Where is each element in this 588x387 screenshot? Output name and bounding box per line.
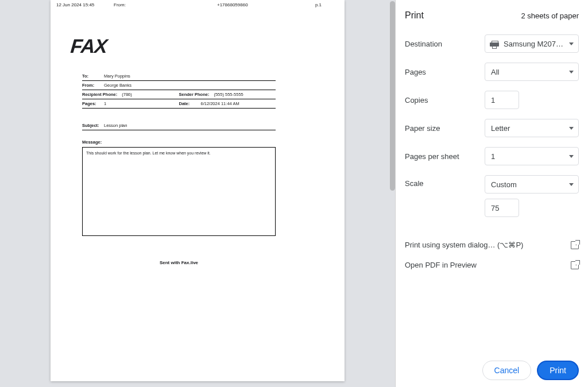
sent-with-footer: Sent with Fax.live	[82, 260, 276, 265]
pages-select-value: All	[491, 68, 499, 76]
scale-label: Scale	[405, 175, 424, 188]
fax-hdr-date: 12 Jun 2024 15:45	[56, 2, 114, 7]
pages-per-sheet-value: 1	[491, 152, 495, 161]
fax-hdr-page: p.1	[315, 2, 322, 7]
recipient-phone-value: (786)	[122, 92, 132, 97]
pages-value: 1	[104, 101, 106, 106]
open-pdf-text: Open PDF in Preview	[405, 261, 477, 269]
fax-cover-body: To: Mary Poppins From: George Banks Reci…	[82, 72, 276, 265]
pages-option-label: Pages	[405, 68, 426, 76]
pages-per-sheet-select[interactable]: 1	[485, 147, 579, 165]
from-label: From:	[82, 83, 99, 88]
to-label: To:	[82, 73, 99, 79]
external-link-icon	[571, 261, 579, 269]
subject-label: Subject:	[82, 123, 99, 128]
fax-title: FAX	[69, 35, 108, 57]
chevron-down-icon	[569, 155, 574, 158]
scale-value-input[interactable]: 75	[485, 199, 519, 217]
print-preview-area: 12 Jun 2024 15:45 From: +17868059860 p.1…	[0, 0, 395, 387]
scale-mode-value: Custom	[491, 180, 517, 189]
print-settings-panel: Print 2 sheets of paper Destination Sams…	[395, 0, 588, 387]
paper-size-value: Letter	[491, 124, 510, 133]
date-value: 6/12/2024 11:44 AM	[201, 101, 239, 106]
message-label: Message:	[82, 140, 276, 145]
chevron-down-icon	[569, 42, 574, 45]
copies-input[interactable]: 1	[485, 91, 519, 109]
chevron-down-icon	[569, 183, 574, 186]
chevron-down-icon	[569, 127, 574, 130]
open-pdf-link[interactable]: Open PDF in Preview	[405, 255, 579, 275]
system-dialog-text: Print using system dialog… (⌥⌘P)	[405, 241, 523, 249]
print-button-label: Print	[550, 366, 566, 375]
destination-label: Destination	[405, 40, 442, 48]
from-value: George Banks	[104, 83, 131, 88]
scale-mode-select[interactable]: Custom	[485, 175, 579, 194]
sender-phone-value: (555) 555-5555	[214, 92, 243, 97]
destination-select[interactable]: Samsung M2070 Serie	[485, 34, 579, 53]
cancel-button[interactable]: Cancel	[482, 361, 532, 380]
preview-page-1: 12 Jun 2024 15:45 From: +17868059860 p.1…	[51, 0, 345, 381]
copies-value: 1	[491, 96, 495, 105]
sheet-count: 2 sheets of paper	[521, 11, 579, 20]
system-dialog-link[interactable]: Print using system dialog… (⌥⌘P)	[405, 235, 579, 255]
paper-size-select[interactable]: Letter	[485, 119, 579, 137]
subject-value: Lesson plan	[104, 123, 127, 128]
date-label: Date:	[179, 101, 196, 106]
preview-scrollbar-thumb[interactable]	[390, 1, 395, 191]
message-box: This should work for the lesson plan. Le…	[82, 147, 276, 236]
paper-size-label: Paper size	[405, 124, 440, 133]
dialog-footer: Cancel Print	[405, 361, 579, 380]
to-value: Mary Poppins	[104, 73, 130, 79]
printer-icon	[490, 40, 499, 48]
print-button[interactable]: Print	[537, 361, 579, 380]
destination-value: Samsung M2070 Serie	[504, 40, 566, 48]
pages-label: Pages:	[82, 101, 99, 106]
fax-transmission-header: 12 Jun 2024 15:45 From: +17868059860 p.1	[56, 2, 339, 7]
preview-scrollbar[interactable]	[389, 0, 396, 387]
pages-select[interactable]: All	[485, 63, 579, 81]
copies-label: Copies	[405, 96, 428, 105]
cancel-button-label: Cancel	[494, 366, 520, 375]
recipient-phone-label: Recipient Phone:	[82, 92, 117, 97]
fax-hdr-number: +17868059860	[217, 2, 286, 7]
panel-title: Print	[405, 10, 424, 21]
message-body: This should work for the lesson plan. Le…	[86, 151, 211, 155]
scale-value: 75	[491, 204, 499, 212]
pages-per-sheet-label: Pages per sheet	[405, 152, 459, 161]
external-link-icon	[571, 241, 579, 249]
chevron-down-icon	[569, 71, 574, 73]
fax-hdr-from: From:	[114, 2, 217, 7]
sender-phone-label: Sender Phone:	[179, 92, 210, 97]
